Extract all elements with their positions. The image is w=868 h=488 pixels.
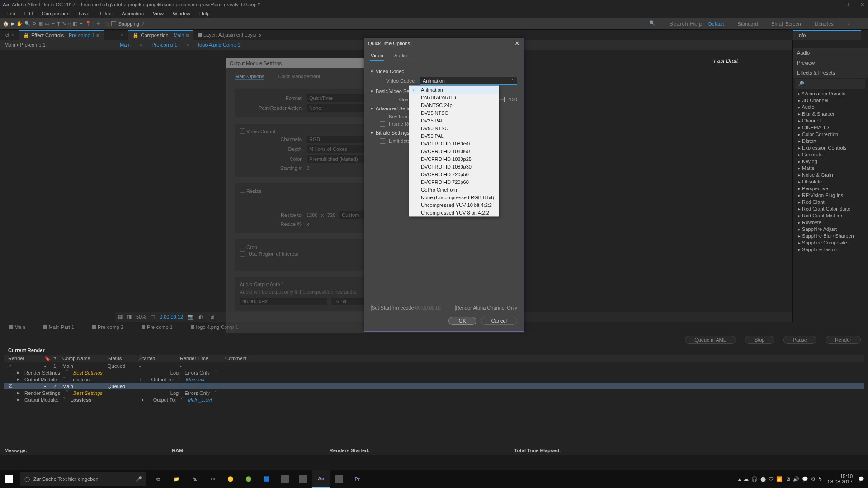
tray-icon[interactable]: 🔊: [793, 476, 799, 482]
effect-category[interactable]: ▸ Sapphire Distort: [795, 246, 865, 253]
codec-option[interactable]: DV25 NTSC: [409, 109, 499, 117]
home-icon[interactable]: 🏠: [3, 21, 9, 27]
codec-option[interactable]: DVCPRO HD 1080i60: [409, 147, 499, 155]
qt-tab-audio[interactable]: Audio: [393, 51, 408, 61]
effect-category[interactable]: ▸ Channel: [795, 117, 865, 124]
grid-icon[interactable]: ▦: [118, 314, 123, 320]
render-button[interactable]: Render: [826, 336, 861, 344]
codec-option[interactable]: DV50 NTSC: [409, 124, 499, 132]
crumb-main[interactable]: Main: [120, 42, 131, 47]
keyframe-checkbox[interactable]: [380, 114, 385, 119]
channel-icon[interactable]: ◐: [198, 314, 203, 320]
close-icon[interactable]: ×: [121, 32, 123, 38]
chrome-icon[interactable]: 🟡: [222, 470, 240, 488]
effect-category[interactable]: ▸ * Animation Presets: [795, 90, 865, 97]
tray-icon[interactable]: ▴: [738, 476, 741, 482]
cancel-button[interactable]: Cancel: [481, 317, 517, 325]
effect-category[interactable]: ▸ CINEMA 4D: [795, 124, 865, 131]
output-module-link[interactable]: Lossless: [70, 377, 90, 382]
effect-category[interactable]: ▸ Color Correction: [795, 131, 865, 138]
menu-view[interactable]: View: [148, 11, 168, 16]
tab-close-tabs[interactable]: ×: [116, 30, 128, 40]
tray-icon[interactable]: ☁: [744, 476, 749, 482]
qt-titlebar[interactable]: QuickTime Options ✕: [364, 38, 524, 48]
camera-tool-icon[interactable]: ▦: [38, 21, 43, 27]
effect-category[interactable]: ▸ Obsolete: [795, 178, 865, 185]
notifications-icon[interactable]: 💬: [858, 476, 864, 482]
tray-icon[interactable]: 📶: [776, 476, 783, 482]
output-module-link[interactable]: Lossless: [70, 397, 91, 403]
mic-icon[interactable]: 🎤: [136, 476, 142, 482]
qt-section-video-codec[interactable]: ▾Video Codec: [371, 69, 517, 74]
codec-option[interactable]: DVCPRO HD 1080p25: [409, 155, 499, 163]
add-output-icon[interactable]: +: [141, 397, 144, 403]
output-file-link[interactable]: Main.avi: [186, 377, 204, 382]
close-icon[interactable]: ✕: [514, 40, 520, 47]
app-icon[interactable]: [276, 470, 294, 488]
codec-option[interactable]: Animation: [409, 86, 499, 94]
search-icon[interactable]: 🔍: [649, 20, 656, 28]
eraser-tool-icon[interactable]: ◧: [73, 21, 77, 27]
effect-category[interactable]: ▸ Sapphire Adjust: [795, 226, 865, 233]
tab-preview[interactable]: Preview: [793, 58, 868, 68]
maximize-icon[interactable]: ☐: [844, 2, 850, 8]
minimize-icon[interactable]: —: [828, 2, 835, 8]
mail-icon[interactable]: ✉: [203, 470, 222, 488]
tab-precomp-1[interactable]: Pre-comp 1: [132, 324, 182, 330]
network-icon[interactable]: ↯: [818, 476, 822, 482]
codec-option[interactable]: DV25 PAL: [409, 117, 499, 124]
snap-checkbox[interactable]: [111, 21, 116, 26]
roto-tool-icon[interactable]: ✦: [79, 21, 83, 27]
menu-edit[interactable]: Edit: [20, 11, 38, 16]
tab-layer[interactable]: Layer: Adjustment Layer 5: [193, 30, 266, 40]
tray-icon[interactable]: 🖥: [785, 476, 790, 482]
effect-category[interactable]: ▸ RE:Vision Plug-ins: [795, 192, 865, 199]
stop-button[interactable]: Stop: [745, 336, 774, 344]
qt-tab-video[interactable]: Video: [370, 51, 384, 61]
effect-category[interactable]: ▸ Red Giant Color Suite: [795, 206, 865, 212]
crumb-logo[interactable]: logo 4.png Comp 1: [198, 42, 241, 47]
add-output-icon[interactable]: +: [139, 377, 142, 382]
codec-option[interactable]: DNxHR/DNxHD: [409, 94, 499, 101]
menu-file[interactable]: File: [3, 11, 20, 16]
app-icon[interactable]: [330, 470, 348, 488]
axis-icon[interactable]: ✚: [96, 21, 100, 27]
task-view-icon[interactable]: ⧉: [149, 470, 167, 488]
zoom-value[interactable]: 50%: [136, 314, 146, 319]
ok-button[interactable]: OK: [448, 317, 476, 325]
menu-icon[interactable]: ≡: [186, 33, 189, 38]
effect-category[interactable]: ▸ Generate: [795, 151, 865, 158]
effect-category[interactable]: ▸ 3D Channel: [795, 97, 865, 104]
store-icon[interactable]: 🛍: [185, 470, 203, 488]
start-button[interactable]: [0, 470, 18, 488]
output-file-link[interactable]: Main_1.avi: [188, 397, 212, 403]
zoom-tool-icon[interactable]: 🔍: [24, 21, 31, 27]
pen-tool-icon[interactable]: ✒: [51, 21, 55, 27]
queue-ame-button[interactable]: Queue in AME: [685, 336, 736, 344]
resolution-icon[interactable]: ▢: [151, 314, 155, 320]
menu-layer[interactable]: Layer: [74, 11, 96, 16]
rotate-tool-icon[interactable]: ⟳: [33, 21, 37, 27]
effect-category[interactable]: ▸ Blur & Sharpen: [795, 111, 865, 117]
shape-tool-icon[interactable]: ▭: [45, 21, 49, 27]
effect-category[interactable]: ▸ Expression Controls: [795, 145, 865, 151]
hand-tool-icon[interactable]: ✋: [16, 21, 23, 27]
workspace-small-screen[interactable]: Small Screen: [771, 21, 801, 27]
text-tool-icon[interactable]: T: [57, 21, 60, 27]
tab-project[interactable]: ct ×: [1, 30, 19, 40]
tab-main[interactable]: Main: [0, 324, 34, 330]
crumb-precomp[interactable]: Pre-comp 1: [151, 42, 177, 47]
brush-tool-icon[interactable]: ✎: [62, 21, 66, 27]
codec-option[interactable]: Uncompressed YUV 8 bit 4:2:2: [409, 209, 499, 216]
taskbar-clock[interactable]: 15:10 08.08.2017: [825, 474, 855, 484]
explorer-icon[interactable]: 📁: [167, 470, 185, 488]
log-dropdown[interactable]: Errors Only: [184, 370, 210, 375]
effect-category[interactable]: ▸ Noise & Grain: [795, 172, 865, 178]
codec-option[interactable]: DV50 PAL: [409, 132, 499, 140]
effect-category[interactable]: ▸ Rowbyte: [795, 219, 865, 226]
effect-category[interactable]: ▸ Sapphire Composite: [795, 239, 865, 246]
effect-category[interactable]: ▸ Distort: [795, 138, 865, 145]
video-codec-dropdown[interactable]: Animation ˅: [420, 77, 517, 85]
effect-category[interactable]: ▸ Matte: [795, 165, 865, 172]
effect-category[interactable]: ▸ Perspective: [795, 185, 865, 192]
